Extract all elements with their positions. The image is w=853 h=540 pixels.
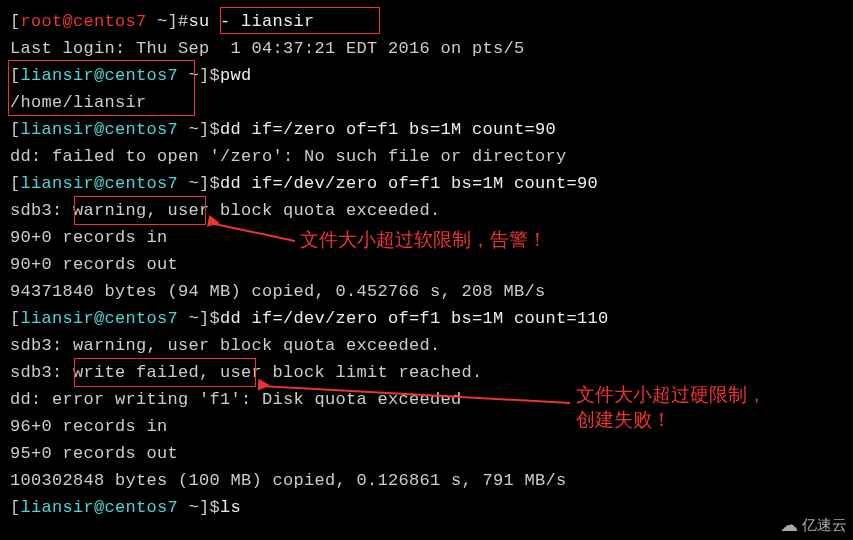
terminal-segment: root@centos7 <box>21 12 147 31</box>
terminal-segment: sdb3: warning, user block quota exceeded… <box>10 201 441 220</box>
terminal-segment: sdb3: write failed, user block limit rea… <box>10 363 483 382</box>
terminal-line: [liansir@centos7 ~]$ls <box>10 494 843 521</box>
terminal-segment: su - liansir <box>189 12 315 31</box>
terminal-line: 94371840 bytes (94 MB) copied, 0.452766 … <box>10 278 843 305</box>
terminal-line: sdb3: write failed, user block limit rea… <box>10 359 843 386</box>
terminal-line: sdb3: warning, user block quota exceeded… <box>10 197 843 224</box>
terminal-line: [liansir@centos7 ~]$dd if=/zero of=f1 bs… <box>10 116 843 143</box>
terminal-segment: [ <box>10 174 21 193</box>
annotation-text: 文件大小超过硬限制， <box>576 383 766 407</box>
terminal-line: Last login: Thu Sep 1 04:37:21 EDT 2016 … <box>10 35 843 62</box>
terminal-segment: dd if=/dev/zero of=f1 bs=1M count=90 <box>220 174 598 193</box>
terminal-line: 90+0 records out <box>10 251 843 278</box>
terminal-segment: 90+0 records in <box>10 228 168 247</box>
terminal-segment: ~]$ <box>178 309 220 328</box>
terminal-line: [root@centos7 ~]#su - liansir <box>10 8 843 35</box>
terminal-segment: dd: failed to open '/zero': No such file… <box>10 147 567 166</box>
terminal-line: /home/liansir <box>10 89 843 116</box>
terminal-segment: [ <box>10 309 21 328</box>
terminal-segment: /home/liansir <box>10 93 147 112</box>
terminal-segment: ls <box>220 498 241 517</box>
annotation-text: 创建失败！ <box>576 408 671 432</box>
terminal-segment: ~]$ <box>178 66 220 85</box>
terminal-segment: 90+0 records out <box>10 255 178 274</box>
terminal-segment: Last login: Thu Sep 1 04:37:21 EDT 2016 … <box>10 39 525 58</box>
terminal-segment: 95+0 records out <box>10 444 178 463</box>
terminal-segment: dd if=/zero of=f1 bs=1M count=90 <box>220 120 556 139</box>
terminal-line: [liansir@centos7 ~]$dd if=/dev/zero of=f… <box>10 305 843 332</box>
terminal-segment: liansir@centos7 <box>21 498 179 517</box>
terminal-segment: ~]$ <box>178 498 220 517</box>
terminal-segment: liansir@centos7 <box>21 174 179 193</box>
terminal-line: 96+0 records in <box>10 413 843 440</box>
terminal-segment: liansir@centos7 <box>21 120 179 139</box>
terminal-segment: 94371840 bytes (94 MB) copied, 0.452766 … <box>10 282 546 301</box>
terminal-segment: dd: error writing 'f1': Disk quota excee… <box>10 390 462 409</box>
watermark: ☁ 亿速云 <box>780 514 847 536</box>
terminal-line: dd: failed to open '/zero': No such file… <box>10 143 843 170</box>
terminal-segment: liansir@centos7 <box>21 66 179 85</box>
annotation-text: 文件大小超过软限制，告警！ <box>300 228 547 252</box>
terminal-segment: pwd <box>220 66 252 85</box>
terminal-line: [liansir@centos7 ~]$dd if=/dev/zero of=f… <box>10 170 843 197</box>
terminal-line: 100302848 bytes (100 MB) copied, 0.12686… <box>10 467 843 494</box>
terminal-segment: [ <box>10 66 21 85</box>
terminal-segment: ~]# <box>147 12 189 31</box>
terminal-line: [liansir@centos7 ~]$pwd <box>10 62 843 89</box>
terminal-output: [root@centos7 ~]#su - liansirLast login:… <box>0 0 853 521</box>
terminal-segment: ~]$ <box>178 120 220 139</box>
terminal-segment: [ <box>10 120 21 139</box>
terminal-segment: [ <box>10 12 21 31</box>
terminal-segment: ~]$ <box>178 174 220 193</box>
terminal-line: 95+0 records out <box>10 440 843 467</box>
cloud-icon: ☁ <box>780 514 798 536</box>
terminal-segment: liansir@centos7 <box>21 309 179 328</box>
terminal-segment: [ <box>10 498 21 517</box>
terminal-line: sdb3: warning, user block quota exceeded… <box>10 332 843 359</box>
watermark-text: 亿速云 <box>802 516 847 535</box>
terminal-segment: sdb3: warning, user block quota exceeded… <box>10 336 441 355</box>
terminal-segment: 100302848 bytes (100 MB) copied, 0.12686… <box>10 471 567 490</box>
terminal-segment: dd if=/dev/zero of=f1 bs=1M count=110 <box>220 309 609 328</box>
terminal-segment: 96+0 records in <box>10 417 168 436</box>
